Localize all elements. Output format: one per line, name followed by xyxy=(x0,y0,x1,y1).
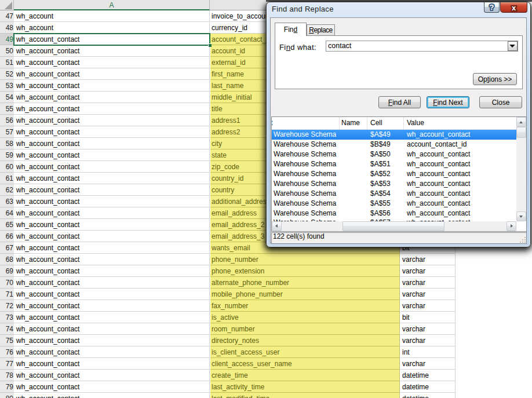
svg-text:?: ? xyxy=(490,3,494,12)
svg-text:x: x xyxy=(512,3,516,12)
